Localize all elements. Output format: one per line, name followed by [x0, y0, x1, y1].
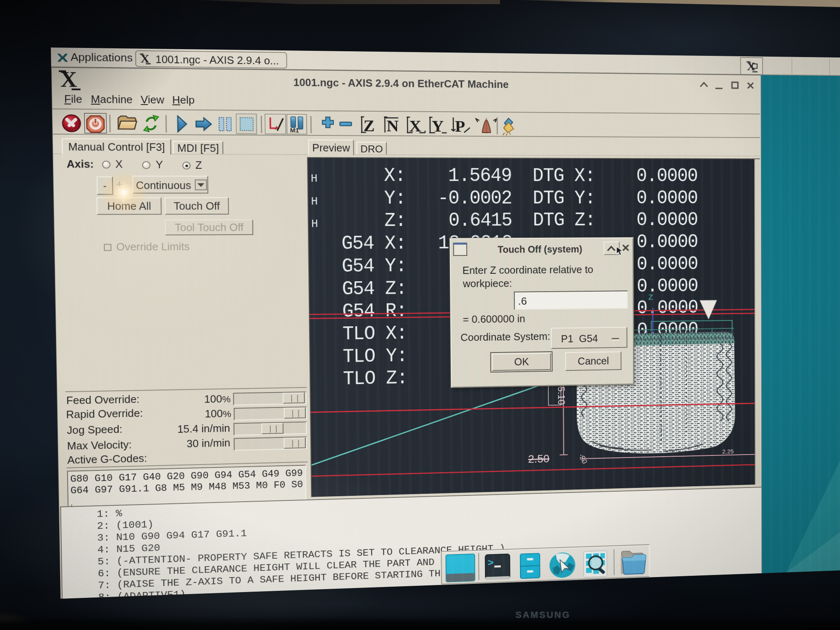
svg-text:5.10: 5.10	[556, 386, 567, 405]
svg-text:X: X	[60, 69, 77, 91]
svg-text:>: >	[488, 558, 494, 569]
svg-text:2.25: 2.25	[722, 448, 734, 455]
svg-text:2.50: 2.50	[528, 452, 549, 465]
svg-text:M1: M1	[290, 127, 299, 134]
svg-text:-20: -20	[577, 452, 589, 465]
svg-text:Z: Z	[648, 293, 653, 302]
svg-text:P: P	[455, 118, 465, 135]
svg-text:N: N	[387, 117, 399, 135]
